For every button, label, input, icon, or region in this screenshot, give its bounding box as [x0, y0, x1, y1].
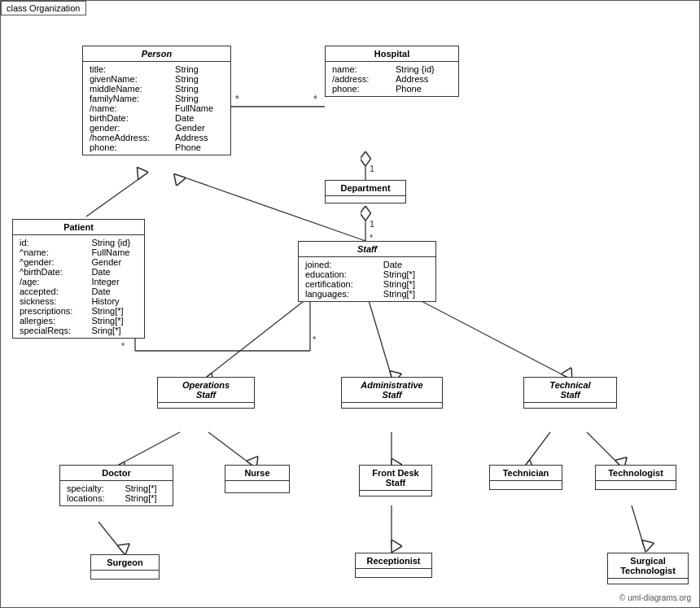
svg-text:1: 1 [370, 164, 374, 173]
class-operations-staff-body [158, 403, 254, 408]
svg-line-21 [400, 290, 567, 377]
class-staff-header: Staff [299, 242, 435, 257]
class-technical-staff: Technical Staff [523, 377, 617, 409]
svg-line-25 [526, 432, 550, 465]
svg-line-20 [365, 290, 392, 377]
class-surgical-technologist-body [608, 579, 688, 584]
class-nurse-body [225, 481, 289, 492]
svg-text:*: * [235, 94, 239, 105]
class-surgeon-body [91, 571, 159, 579]
class-technical-staff-body [524, 403, 616, 408]
svg-line-26 [587, 432, 619, 465]
svg-line-29 [632, 505, 644, 546]
class-receptionist: Receptionist [355, 553, 432, 578]
class-technologist-body [596, 481, 676, 489]
class-person-body: title:String givenName:String middleName… [83, 62, 230, 155]
class-technical-staff-header: Technical Staff [524, 378, 616, 403]
class-operations-staff: Operations Staff [157, 377, 255, 409]
class-receptionist-body [356, 569, 431, 577]
class-department-header: Department [326, 181, 405, 196]
class-surgeon: Surgeon [90, 554, 160, 580]
class-administrative-staff-body [342, 403, 442, 408]
class-technologist: Technologist [595, 465, 676, 490]
svg-line-19 [207, 290, 318, 377]
class-doctor-body: specialty:String[*] locations:String[*] [60, 481, 173, 505]
class-technician-header: Technician [490, 466, 562, 481]
diagram-container: class Organization * * [0, 0, 700, 608]
svg-line-12 [86, 176, 143, 217]
class-surgeon-header: Surgeon [91, 555, 159, 571]
class-staff-body: joined:Date education:String[*] certific… [299, 257, 435, 301]
class-administrative-staff-header: Administrative Staff [342, 378, 442, 403]
diagram-title: class Organization [1, 1, 86, 15]
svg-text:*: * [313, 335, 317, 344]
class-surgical-technologist: Surgical Technologist [607, 553, 689, 584]
class-department: Department [325, 180, 406, 203]
svg-text:*: * [313, 94, 317, 105]
class-patient-header: Patient [13, 220, 144, 235]
class-receptionist-header: Receptionist [356, 553, 431, 569]
class-person-header: Person [83, 46, 230, 62]
svg-line-27 [98, 522, 121, 550]
svg-text:1: 1 [370, 219, 374, 229]
class-person: Person title:String givenName:String mid… [82, 46, 231, 155]
class-technician: Technician [489, 465, 562, 490]
class-front-desk-staff: Front Desk Staff [359, 465, 432, 496]
class-hospital-header: Hospital [326, 46, 458, 62]
class-front-desk-staff-body [360, 491, 431, 496]
svg-text:*: * [121, 341, 125, 351]
class-doctor: Doctor specialty:String[*] locations:Str… [59, 465, 173, 506]
class-operations-staff-header: Operations Staff [158, 378, 254, 403]
class-administrative-staff: Administrative Staff [341, 377, 443, 409]
class-staff: Staff joined:Date education:String[*] ce… [298, 241, 436, 302]
class-technician-body [490, 481, 562, 489]
class-doctor-header: Doctor [60, 466, 173, 481]
class-department-body [326, 196, 405, 203]
class-surgical-technologist-header: Surgical Technologist [608, 553, 688, 579]
class-hospital: Hospital name:String {id} /address:Addre… [325, 46, 459, 97]
svg-line-23 [208, 432, 252, 465]
class-nurse: Nurse [225, 465, 290, 493]
copyright: © uml-diagrams.org [619, 593, 691, 602]
class-patient-body: id:String {id} ^name:FullName ^gender:Ge… [13, 235, 144, 338]
class-patient: Patient id:String {id} ^name:FullName ^g… [12, 219, 145, 339]
class-nurse-header: Nurse [225, 466, 289, 481]
svg-line-22 [119, 432, 180, 465]
class-technologist-header: Technologist [596, 466, 676, 481]
class-hospital-body: name:String {id} /address:Address phone:… [326, 62, 458, 96]
class-front-desk-staff-header: Front Desk Staff [360, 466, 431, 491]
